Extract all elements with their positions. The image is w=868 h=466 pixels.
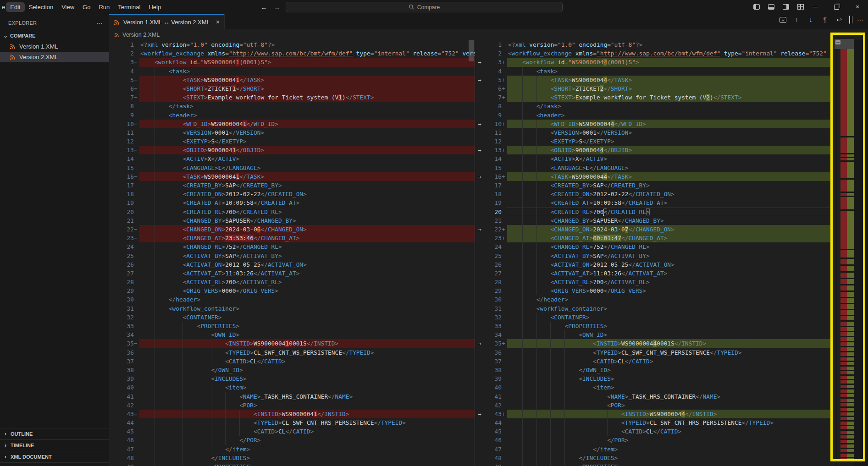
code-line-right-31[interactable]: 31 <workflow_container> bbox=[475, 304, 830, 313]
code-line-right-43[interactable]: →43+ <INSTID>WS90000044</INSTID> bbox=[475, 410, 830, 418]
code-line-left-25[interactable]: 25 <ACTIVAT_BY>SAP</ACTIVAT_BY> bbox=[109, 252, 475, 260]
code-line-left-20[interactable]: 20 <CREATED_RL>700</CREATED_RL> bbox=[109, 208, 475, 216]
scrollbar-track[interactable] bbox=[830, 40, 840, 466]
code-line-left-6[interactable]: 6− <SHORT>ZTICKET1</SHORT> bbox=[109, 84, 475, 93]
code-line-left-21[interactable]: 21 <CHANGED_BY>SAPUSER</CHANGED_BY> bbox=[109, 216, 475, 225]
history-forward-icon[interactable]: → bbox=[274, 3, 281, 11]
code-line-left-31[interactable]: 31 <workflow_container> bbox=[109, 304, 475, 313]
sidebar-section-outline[interactable]: ›OUTLINE bbox=[0, 428, 109, 439]
tab-close-icon[interactable]: × bbox=[216, 18, 220, 26]
sidebar-section-timeline[interactable]: ›TIMELINE bbox=[0, 439, 109, 451]
code-line-left-30[interactable]: 30 </header> bbox=[109, 295, 475, 304]
code-line-left-43[interactable]: 43− <INSTID>WS90000041</INSTID> bbox=[109, 410, 475, 418]
menu-item-terminal[interactable]: Terminal bbox=[114, 2, 144, 12]
code-line-left-12[interactable]: 12 <EXETYP>S</EXETYP> bbox=[109, 137, 475, 146]
split-editor-icon[interactable] bbox=[849, 16, 850, 23]
code-line-left-26[interactable]: 26 <ACTIVAT_ON>2012-05-25</ACTIVAT_ON> bbox=[109, 260, 475, 269]
code-line-left-7[interactable]: 7− <STEXT>Example workflow for Ticket sy… bbox=[109, 93, 475, 102]
code-line-left-40[interactable]: 40 <item> bbox=[109, 383, 475, 392]
code-line-right-35[interactable]: →35+ <INSTID>WS900000440001S</INSTID> bbox=[475, 339, 830, 348]
explorer-more-icon[interactable]: ⋯ bbox=[96, 19, 103, 27]
code-line-left-14[interactable]: 14 <ACTIV>X</ACTIV> bbox=[109, 154, 475, 163]
previous-change-icon[interactable]: ↑ bbox=[792, 16, 801, 24]
more-actions-icon[interactable]: ⋯ bbox=[856, 16, 864, 24]
overview-slider[interactable] bbox=[835, 39, 854, 49]
code-line-left-48[interactable]: 48 </INCLUDES> bbox=[109, 454, 475, 462]
menu-item-help[interactable]: Help bbox=[144, 2, 165, 12]
code-line-right-4[interactable]: 4 <task> bbox=[475, 67, 830, 76]
menu-item-go[interactable]: Go bbox=[78, 2, 94, 12]
code-line-left-9[interactable]: 9 <header> bbox=[109, 111, 475, 120]
code-line-right-6[interactable]: 6+ <SHORT>ZTICKET2</SHORT> bbox=[475, 84, 830, 93]
code-line-right-22[interactable]: →22+ <CHANGED_ON>2024-03-07</CHANGED_ON> bbox=[475, 225, 830, 234]
menu-item-partial[interactable]: e bbox=[1, 2, 6, 12]
sidebar-section-xml-document[interactable]: ›XML DOCUMENT bbox=[0, 451, 109, 463]
code-line-left-13[interactable]: 13− <OBJID>90000041</OBJID> bbox=[109, 146, 475, 154]
code-line-right-27[interactable]: 27 <ACTIVAT_AT>11:03:26</ACTIVAT_AT> bbox=[475, 269, 830, 278]
code-line-right-18[interactable]: 18 <CREATED_ON>2012-02-22</CREATED_ON> bbox=[475, 190, 830, 198]
menu-item-selection[interactable]: Selection bbox=[25, 2, 57, 12]
code-line-right-24[interactable]: 24 <CHANGED_RL>752</CHANGED_RL> bbox=[475, 242, 830, 251]
code-line-right-29[interactable]: 29 <ORIG_VERS>0000</ORIG_VERS> bbox=[475, 286, 830, 295]
code-line-right-25[interactable]: 25 <ACTIVAT_BY>SAP</ACTIVAT_BY> bbox=[475, 252, 830, 260]
code-line-left-11[interactable]: 11 <VERSION>0001</VERSION> bbox=[109, 128, 475, 137]
code-line-right-40[interactable]: 40 <item> bbox=[475, 383, 830, 392]
code-line-right-21[interactable]: 21 <CHANGED_BY>SAPUSER</CHANGED_BY> bbox=[475, 216, 830, 225]
code-line-left-18[interactable]: 18 <CREATED_ON>2012-02-22</CREATED_ON> bbox=[109, 190, 475, 198]
code-line-left-28[interactable]: 28 <ACTIVAT_RL>700</ACTIVAT_RL> bbox=[109, 278, 475, 286]
toggle-primary-sidebar-icon[interactable] bbox=[753, 4, 760, 10]
code-line-left-16[interactable]: 16− <TASK>WS90000041</TASK> bbox=[109, 172, 475, 181]
code-line-right-48[interactable]: 48 </INCLUDES> bbox=[475, 454, 830, 462]
toggle-panel-icon[interactable] bbox=[768, 4, 774, 10]
code-line-left-2[interactable]: 2<workflow_exchange xmlns="http://www.sa… bbox=[109, 49, 475, 58]
collapse-unchanged-regions-icon[interactable]: ↔ bbox=[780, 17, 786, 23]
diff-overview-ruler[interactable] bbox=[840, 40, 854, 466]
code-line-left-19[interactable]: 19 <CREATED_AT>10:09:58</CREATED_AT> bbox=[109, 198, 475, 207]
diff-pane-modified[interactable]: 1<?xml version="1.0" encoding="utf-8"?>2… bbox=[475, 40, 830, 466]
code-line-right-5[interactable]: →5+ <TASK>WS90000044</TASK> bbox=[475, 76, 830, 84]
code-line-right-42[interactable]: 42 <POR> bbox=[475, 401, 830, 410]
menu-item-edit[interactable]: Edit bbox=[6, 2, 24, 12]
code-line-right-41[interactable]: 41 <NAME>_TASK_HRS_CONTAINER</NAME> bbox=[475, 392, 830, 401]
code-line-right-36[interactable]: 36 <TYPEID>CL_SWF_CNT_WS_PERSISTENCE</TY… bbox=[475, 348, 830, 357]
code-line-right-39[interactable]: 39 <INCLUDES> bbox=[475, 374, 830, 383]
code-line-left-42[interactable]: 42 <POR> bbox=[109, 401, 475, 410]
code-line-left-35[interactable]: 35− <INSTID>WS900000410001S</INSTID> bbox=[109, 339, 475, 348]
code-line-right-14[interactable]: 14 <ACTIV>X</ACTIV> bbox=[475, 154, 830, 163]
code-line-left-41[interactable]: 41 <NAME>_TASK_HRS_CONTAINER</NAME> bbox=[109, 392, 475, 401]
sidebar-item-version-2-xml[interactable]: Version 2.XML bbox=[0, 52, 109, 62]
code-line-left-17[interactable]: 17 <CREATED_BY>SAP</CREATED_BY> bbox=[109, 181, 475, 190]
code-line-left-24[interactable]: 24 <CHANGED_RL>752</CHANGED_RL> bbox=[109, 242, 475, 251]
code-line-left-36[interactable]: 36 <TYPEID>CL_SWF_CNT_WS_PERSISTENCE</TY… bbox=[109, 348, 475, 357]
code-line-left-23[interactable]: 23− <CHANGED_AT>23:53:46</CHANGED_AT> bbox=[109, 234, 475, 242]
next-change-icon[interactable]: ↓ bbox=[807, 16, 815, 24]
sidebar-item-version-1-xml[interactable]: Version 1.XML bbox=[0, 41, 109, 52]
code-line-left-46[interactable]: 46 </POR> bbox=[109, 436, 475, 444]
code-line-right-26[interactable]: 26 <ACTIVAT_ON>2012-05-25</ACTIVAT_ON> bbox=[475, 260, 830, 269]
minimize-button[interactable] bbox=[805, 0, 826, 14]
code-line-left-44[interactable]: 44 <TYPEID>CL_SWF_CNT_HRS_PERSISTENCE</T… bbox=[109, 418, 475, 427]
code-line-right-11[interactable]: 11 <VERSION>0001</VERSION> bbox=[475, 128, 830, 137]
code-line-right-9[interactable]: 9 <header> bbox=[475, 111, 830, 120]
code-line-left-15[interactable]: 15 <LANGUAGE>E</LANGUAGE> bbox=[109, 164, 475, 172]
code-line-left-4[interactable]: 4 <task> bbox=[109, 67, 475, 76]
code-line-right-38[interactable]: 38 </OWN_ID> bbox=[475, 366, 830, 374]
code-line-right-30[interactable]: 30 </header> bbox=[475, 295, 830, 304]
code-line-left-34[interactable]: 34 <OWN_ID> bbox=[109, 330, 475, 339]
code-line-left-32[interactable]: 32 <CONTAINER> bbox=[109, 313, 475, 322]
diff-pane-original[interactable]: 1<?xml version="1.0" encoding="utf-8"?>2… bbox=[109, 40, 475, 466]
code-line-left-45[interactable]: 45 <CATID>CL</CATID> bbox=[109, 427, 475, 436]
code-line-left-8[interactable]: 8 </task> bbox=[109, 102, 475, 110]
close-button[interactable]: × bbox=[847, 0, 868, 14]
code-line-left-47[interactable]: 47 </item> bbox=[109, 445, 475, 454]
code-line-right-44[interactable]: 44 <TYPEID>CL_SWF_CNT_HRS_PERSISTENCE</T… bbox=[475, 418, 830, 427]
code-line-left-29[interactable]: 29 <ORIG_VERS>0000</ORIG_VERS> bbox=[109, 286, 475, 295]
code-line-left-33[interactable]: 33 <PROPERTIES> bbox=[109, 322, 475, 330]
code-line-right-15[interactable]: 15 <LANGUAGE>E</LANGUAGE> bbox=[475, 164, 830, 172]
code-line-right-19[interactable]: 19 <CREATED_AT>10:09:58</CREATED_AT> bbox=[475, 198, 830, 207]
code-line-left-49[interactable]: 49 <PROPERTIES> bbox=[109, 462, 475, 466]
code-line-right-46[interactable]: 46 </POR> bbox=[475, 436, 830, 444]
code-line-right-12[interactable]: 12 <EXETYP>S</EXETYP> bbox=[475, 137, 830, 146]
code-line-right-2[interactable]: 2<workflow_exchange xmlns="http://www.sa… bbox=[475, 49, 830, 58]
code-line-left-10[interactable]: 10− <WFD_ID>WS90000041</WFD_ID> bbox=[109, 120, 475, 128]
